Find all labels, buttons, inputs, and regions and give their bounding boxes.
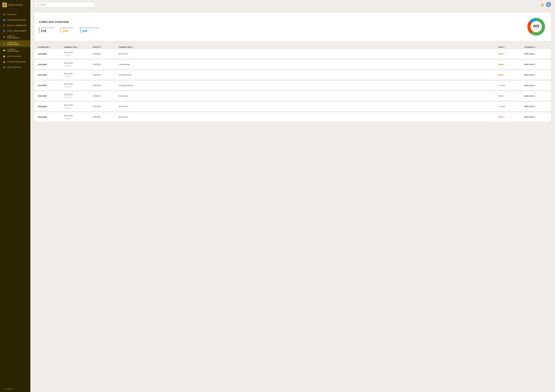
notification-bell-icon[interactable]: 🔔 [540, 3, 544, 6]
th-complaint-time[interactable]: complaint Time⇅ [64, 46, 93, 48]
th-label-complaint-time: complaint Time [64, 46, 77, 48]
status-badge[interactable]: CLOSED [498, 106, 505, 107]
nav-icon-complaint-management: 👥 [3, 43, 6, 45]
th-complaint-type[interactable]: Complaint Type⇅ [119, 46, 498, 48]
cell-complaint-id: CD123452 [38, 53, 64, 55]
status-chevron: ▾ [504, 74, 504, 76]
stats-row: CLOSED CASES 276 OPEN CASES 124 IN PROGR… [39, 27, 526, 33]
cell-time: 10-02-2024 1 min ago [64, 93, 93, 99]
sidebar-item-dashboard[interactable]: ⊞Dashboard [0, 12, 30, 17]
overview-title: COMPLAINT OVERVIEW [39, 21, 526, 23]
th-status[interactable]: Status⇅ [498, 46, 524, 48]
cell-time-date: 10-02-2024 [64, 104, 93, 107]
overview-card: COMPLAINT OVERVIEW CLOSED CASES 276 OPEN… [34, 13, 551, 41]
sidebar-item-complaint-management[interactable]: 👥COMPLAINT MANAGEMENT [0, 40, 30, 47]
cell-complaint-id: CD123452 [38, 116, 64, 118]
sort-icon-status: ⇅ [504, 46, 505, 48]
nav-icon-roles-permission: 🛡 [3, 24, 6, 27]
nav-label-payment-management: PAYMENT MANAGEMENT [7, 49, 28, 52]
cell-complaint-type: Conference Hall [119, 74, 498, 76]
table-rows: CD123452 10-02-2024 1 min ago 01953268 W… [34, 49, 551, 122]
search-input[interactable] [40, 3, 93, 6]
closed-cases-stat: CLOSED CASES 276 [39, 27, 54, 33]
th-label-guest-id: Guest ID [93, 46, 100, 48]
open-cases-label: OPEN CASES [63, 27, 73, 29]
sidebar-item-payment-management[interactable]: 💳PAYMENT MANAGEMENT [0, 47, 30, 54]
cell-guest-id: 01953268 [93, 95, 119, 97]
cell-time-ago: 1 min ago [64, 86, 93, 88]
logo-icon: K [2, 3, 7, 7]
status-badge[interactable]: OPEN ▾ [498, 64, 504, 65]
cell-status[interactable]: OPEN ▾ [498, 74, 524, 76]
sidebar-item-change-password[interactable]: 🔒CHANGE PASSWORD [0, 59, 30, 64]
cell-status[interactable]: CLOSED [498, 106, 524, 107]
main-area: 🔍 🔔 COMPLAINT OVERVIEW CLOSED CASES 276 [30, 0, 555, 392]
nav-icon-service-management: ⚙ [3, 36, 6, 38]
status-chevron: ▾ [504, 95, 504, 97]
nav-label-complaint-management: COMPLAINT MANAGEMENT [7, 42, 28, 45]
status-badge[interactable]: CLOSED [498, 85, 505, 86]
cell-status[interactable]: OPEN ▾ [498, 116, 524, 118]
closed-cases-value: 276 [41, 29, 54, 33]
donut-total-label: CASES [533, 28, 539, 29]
th-assigned-to[interactable]: Assigned to⇅ [524, 46, 548, 48]
cell-time-ago: 1 min ago [64, 54, 93, 57]
sidebar-nav: ⊞Dashboard👥ADMIN MANAGEMENT🛡ROLES & PERM… [0, 10, 30, 385]
status-badge[interactable]: OPEN ▾ [498, 74, 504, 76]
th-label-assigned-to: Assigned to [524, 46, 534, 48]
donut-total-number: 465 [533, 24, 539, 28]
sidebar-item-service-management[interactable]: ⚙SERVICE MANAGEMENT [0, 34, 30, 40]
cell-complaint-id: CD123452 [38, 84, 64, 86]
nav-label-service-management: SERVICE MANAGEMENT [7, 35, 28, 39]
cell-complaint-type: Wi-fi access [119, 116, 498, 118]
inprogress-cases-stat: IN PROGRESS CASES 105 [80, 27, 99, 33]
header: 🔍 🔔 [30, 0, 555, 9]
donut-chart: 465 CASES [526, 17, 546, 37]
sidebar-item-roles-permission[interactable]: 🛡ROLES & PERMISSION [0, 23, 30, 28]
cell-complaint-id: CD123452 [38, 64, 64, 65]
cell-status[interactable]: OPEN ▾ [498, 64, 524, 65]
sidebar-item-hotel-profile[interactable]: ⊞HOTEL PROFILE [0, 64, 30, 70]
cell-assigned: EMPLOYEE 1 [524, 53, 548, 55]
avatar[interactable] [546, 2, 551, 7]
cell-status[interactable]: OPEN ▾ [498, 95, 524, 97]
status-chevron: ▾ [504, 64, 504, 65]
cell-complaint-type: Concierge Service [119, 85, 498, 86]
cell-assigned: EMPLOYEE 1 [524, 116, 548, 118]
open-cases-value: 124 [63, 29, 73, 33]
inprogress-cases-label: IN PROGRESS CASES [82, 27, 99, 29]
cell-guest-id: 01953268 [93, 116, 119, 118]
sort-icon-guest-id: ⇅ [101, 46, 102, 48]
cell-assigned: EMPLOYEE 1 [524, 85, 548, 86]
cell-time-date: 10-02-2024 [64, 51, 93, 54]
th-label-complaint-id: Complaint ID [38, 46, 49, 48]
cell-time: 10-02-2024 1 min ago [64, 104, 93, 109]
logout-label: Log out [6, 388, 13, 390]
nav-label-dashboard: Dashboard [7, 14, 17, 15]
cell-status[interactable]: OPEN ▾ [498, 53, 524, 55]
nav-label-change-password: CHANGE PASSWORD [7, 61, 26, 63]
cell-assigned: EMPLOYEE 1 [524, 95, 548, 97]
logo-area: K KNECTHOTEL [0, 0, 30, 10]
th-complaint-id[interactable]: Complaint ID⇅ [38, 46, 64, 48]
cell-time: 10-02-2024 1 min ago [64, 83, 93, 88]
cell-status[interactable]: CLOSED [498, 85, 524, 86]
status-badge[interactable]: OPEN ▾ [498, 53, 504, 55]
sidebar-item-guest-management[interactable]: 👤GUEST MANAGEMENT [0, 28, 30, 34]
cell-complaint-id: CD123452 [38, 74, 64, 76]
th-guest-id[interactable]: Guest ID⇅ [93, 46, 119, 48]
cell-guest-id: 01953268 [93, 106, 119, 107]
cell-complaint-type: Wi-fi access [119, 53, 498, 55]
header-right: 🔔 [540, 2, 551, 7]
nav-icon-change-password: 🔒 [3, 61, 6, 63]
cell-time: 10-02-2024 1 min ago [64, 114, 93, 120]
closed-cases-label: CLOSED CASES [41, 27, 54, 29]
sidebar-item-admin-management[interactable]: 👥ADMIN MANAGEMENT [0, 17, 30, 23]
status-badge[interactable]: OPEN ▾ [498, 116, 504, 118]
sidebar-item-notifications[interactable]: 🔔NOTIFICATIONS [0, 54, 30, 59]
nav-icon-payment-management: 💳 [3, 49, 6, 51]
search-bar[interactable]: 🔍 [34, 2, 95, 7]
cell-time: 10-02-2024 1 min ago [64, 51, 93, 57]
logout-item[interactable]: ↪ Log out [0, 385, 30, 392]
status-badge[interactable]: OPEN ▾ [498, 95, 504, 97]
